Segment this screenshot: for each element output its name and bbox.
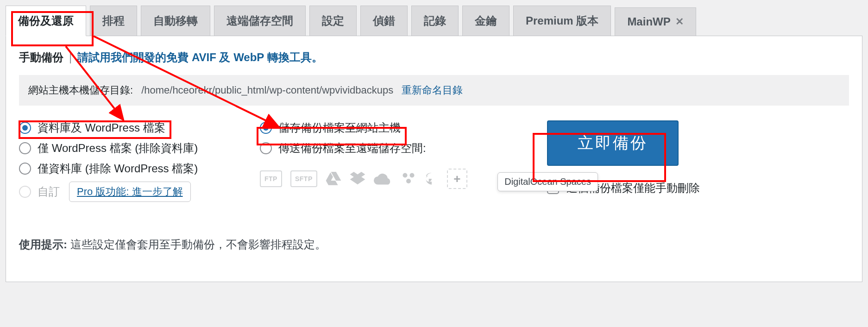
sftp-icon[interactable]: SFTP <box>290 170 317 187</box>
rename-path-link[interactable]: 重新命名目錄 <box>402 83 463 97</box>
dropbox-icon[interactable] <box>350 170 365 187</box>
tab-settings[interactable]: 設定 <box>309 6 357 36</box>
onedrive-icon[interactable] <box>374 170 392 187</box>
tab-logs[interactable]: 記錄 <box>411 6 459 36</box>
checkbox-icon <box>547 182 559 194</box>
googledrive-icon[interactable] <box>326 170 341 187</box>
tab-label: 自動移轉 <box>153 13 198 28</box>
tab-label: 金鑰 <box>475 13 497 28</box>
radio-files-only[interactable]: 僅 WordPress 檔案 (排除資料庫) <box>19 138 260 158</box>
svg-point-3 <box>409 173 414 178</box>
tab-label: Premium 版本 <box>526 13 598 28</box>
add-storage-icon[interactable]: + <box>447 169 467 189</box>
radio-label: 僅 WordPress 檔案 (排除資料庫) <box>38 141 198 156</box>
radio-db-only[interactable]: 僅資料庫 (排除 WordPress 檔案) <box>19 158 260 179</box>
section-title: 手動備份 <box>19 50 63 65</box>
tab-label: 遠端儲存空間 <box>226 13 293 28</box>
radio-label: 儲存備份檔案至網站主機 <box>278 120 401 135</box>
radio-icon <box>19 122 31 134</box>
ftp-icon[interactable]: FTP <box>260 170 282 187</box>
radio-send-to-remote[interactable]: 傳送備份檔案至遠端儲存空間: <box>260 138 528 158</box>
tab-label: 記錄 <box>424 13 446 28</box>
storage-path-row: 網站主機本機儲存目錄: /home/hceorekr/public_html/w… <box>19 75 849 106</box>
radio-custom: 自訂 Pro 版功能: 進一步了解 <box>19 179 260 205</box>
tab-label: MainWP <box>627 15 670 28</box>
usage-hint: 使用提示: 這些設定僅會套用至手動備份，不會影響排程設定。 <box>19 237 849 252</box>
promo-link[interactable]: 請試用我們開發的免費 AVIF 及 WebP 轉換工具。 <box>77 50 322 65</box>
hint-text: 這些設定僅會套用至手動備份，不會影響排程設定。 <box>67 238 326 251</box>
panel-backup: 手動備份 | 請試用我們開發的免費 AVIF 及 WebP 轉換工具。 網站主機… <box>6 36 862 282</box>
radio-icon <box>260 142 272 154</box>
tab-label: 設定 <box>322 13 344 28</box>
separator: | <box>69 51 72 64</box>
tab-label: 排程 <box>102 13 125 28</box>
radio-icon <box>19 163 31 175</box>
tab-debug[interactable]: 偵錯 <box>360 6 408 36</box>
radio-db-and-files[interactable]: 資料庫及 WordPress 檔案 <box>19 118 260 138</box>
svg-point-2 <box>403 173 407 178</box>
radio-save-to-host[interactable]: 儲存備份檔案至網站主機 <box>260 118 528 138</box>
tab-label: 備份及還原 <box>18 13 74 28</box>
radio-label: 僅資料庫 (排除 WordPress 檔案) <box>38 161 198 176</box>
storage-path-value: /home/hceorekr/public_html/wp-content/wp… <box>141 84 393 96</box>
tab-mainwp[interactable]: MainWP ✕ <box>615 7 696 36</box>
close-icon[interactable]: ✕ <box>675 16 684 28</box>
tab-remote-storage[interactable]: 遠端儲存空間 <box>214 6 306 36</box>
radio-label: 資料庫及 WordPress 檔案 <box>38 120 165 135</box>
tab-premium[interactable]: Premium 版本 <box>513 6 611 36</box>
pro-feature-link[interactable]: Pro 版功能: 進一步了解 <box>69 182 191 202</box>
radio-icon <box>19 186 31 198</box>
radio-label: 傳送備份檔案至遠端儲存空間: <box>278 141 426 156</box>
checkbox-label: 這個備份檔案僅能手動刪除 <box>566 181 700 195</box>
radio-icon <box>19 142 31 154</box>
backup-now-button[interactable]: 立即備份 <box>547 120 679 166</box>
tab-auto-migrate[interactable]: 自動移轉 <box>141 6 210 36</box>
tab-label: 偵錯 <box>373 13 395 28</box>
tab-schedule[interactable]: 排程 <box>90 6 137 36</box>
tabs: 備份及還原 排程 自動移轉 遠端儲存空間 設定 偵錯 記錄 金鑰 Premium… <box>6 6 862 36</box>
storage-path-label: 網站主機本機儲存目錄: <box>28 83 133 97</box>
amazon-s3-icon[interactable] <box>401 170 416 187</box>
hint-prefix: 使用提示: <box>19 238 67 251</box>
radio-label: 自訂 <box>38 184 60 199</box>
svg-point-4 <box>406 179 411 183</box>
manual-delete-lock[interactable]: 這個備份檔案僅能手動刪除 <box>547 181 700 195</box>
tab-backup-restore[interactable]: 備份及還原 <box>6 6 86 36</box>
tab-keys[interactable]: 金鑰 <box>462 6 509 36</box>
digitalocean-icon[interactable] <box>425 170 439 187</box>
radio-icon <box>260 122 272 134</box>
